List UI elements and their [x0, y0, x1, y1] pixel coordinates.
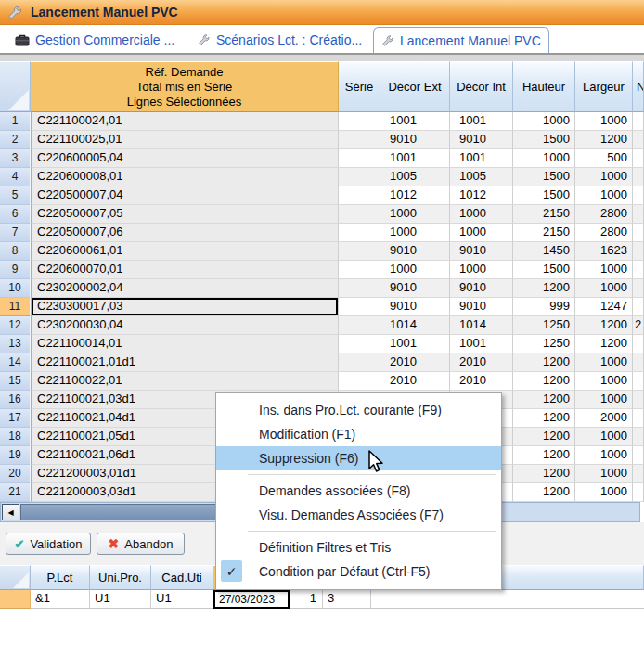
hauteur-cell[interactable]: 1500: [513, 131, 575, 149]
serie-cell[interactable]: [339, 316, 380, 335]
row-number-cell[interactable]: 10: [0, 279, 31, 298]
n-cell[interactable]: [633, 261, 644, 279]
qty-cell[interactable]: 3: [323, 590, 371, 609]
decor-ext-cell[interactable]: 1001: [380, 112, 450, 131]
uni-pro-cell[interactable]: U1: [90, 590, 151, 609]
hauteur-cell[interactable]: 1450: [513, 242, 575, 261]
decor-int-cell[interactable]: 1000: [450, 261, 513, 279]
hauteur-cell[interactable]: 1200: [513, 465, 575, 483]
decor-int-cell[interactable]: 9010: [450, 279, 513, 298]
largeur-cell[interactable]: 1247: [575, 298, 633, 316]
ref-demande-cell[interactable]: C220600008,01: [31, 168, 339, 186]
scroll-left-arrow-icon[interactable]: ◀: [2, 504, 19, 520]
row-number-cell[interactable]: 12: [0, 316, 31, 335]
largeur-cell[interactable]: 1000: [575, 391, 633, 409]
serie-cell[interactable]: [339, 353, 380, 372]
serie-cell[interactable]: [339, 279, 380, 298]
ref-demande-cell[interactable]: C221100022,01: [31, 372, 339, 391]
column-header-ref-demande[interactable]: Réf. Demande Total mis en Série Lignes S…: [31, 61, 339, 112]
serie-cell[interactable]: [339, 131, 380, 149]
largeur-cell[interactable]: 1200: [575, 131, 633, 149]
row-number-cell[interactable]: 6: [0, 205, 31, 224]
serie-cell[interactable]: [339, 224, 380, 242]
decor-int-cell[interactable]: 2010: [450, 353, 513, 372]
tab-gestion-commerciale[interactable]: Gestion Commerciale ...: [7, 29, 182, 51]
n-cell[interactable]: 2: [633, 316, 644, 335]
hauteur-cell[interactable]: 1200: [513, 446, 575, 465]
n-cell[interactable]: [633, 483, 644, 502]
column-header-p-lct[interactable]: P.Lct: [31, 565, 90, 590]
decor-int-cell[interactable]: 1001: [450, 335, 513, 353]
row-number-cell[interactable]: 7: [0, 224, 31, 242]
ref-demande-cell[interactable]: C230300017,03: [31, 298, 339, 316]
decor-ext-cell[interactable]: 1000: [380, 205, 450, 224]
row-indicator-cell[interactable]: [0, 590, 31, 609]
largeur-cell[interactable]: 2800: [575, 224, 633, 242]
serie-cell[interactable]: [339, 372, 380, 391]
ref-demande-cell[interactable]: C221100025,01: [31, 131, 339, 149]
row-number-cell[interactable]: 2: [0, 131, 31, 149]
abandon-button[interactable]: ✖ Abandon: [97, 533, 185, 555]
ref-demande-cell[interactable]: C220600070,01: [31, 261, 339, 279]
largeur-cell[interactable]: 1000: [575, 186, 633, 205]
context-menu-item[interactable]: Suppression (F6): [216, 446, 501, 470]
row-number-cell[interactable]: 16: [0, 391, 31, 409]
row-number-cell[interactable]: 17: [0, 409, 31, 428]
row-number-cell[interactable]: 8: [0, 242, 31, 261]
hauteur-cell[interactable]: 1500: [513, 186, 575, 205]
n-cell[interactable]: [633, 149, 644, 168]
context-menu-item[interactable]: Visu. Demandes Associées (F7): [216, 503, 501, 527]
decor-ext-cell[interactable]: 1001: [380, 149, 450, 168]
decor-int-cell[interactable]: 9010: [450, 131, 513, 149]
context-menu-item[interactable]: ✓Condition par Défaut (Ctrl-F5): [216, 559, 501, 584]
date-cell-selected[interactable]: 27/03/2023: [213, 590, 290, 609]
row-number-cell[interactable]: 1: [0, 112, 31, 131]
row-number-cell[interactable]: 15: [0, 372, 31, 391]
hauteur-cell[interactable]: 2150: [513, 205, 575, 224]
row-number-cell[interactable]: 4: [0, 168, 31, 186]
hauteur-cell[interactable]: 1200: [513, 353, 575, 372]
serie-cell[interactable]: [339, 168, 380, 186]
p-lct-cell[interactable]: &1: [31, 590, 90, 609]
column-header-n[interactable]: N: [633, 61, 644, 112]
n-cell[interactable]: [633, 335, 644, 353]
decor-ext-cell[interactable]: 1000: [380, 224, 450, 242]
hauteur-cell[interactable]: 1200: [513, 428, 575, 446]
largeur-cell[interactable]: 2800: [575, 205, 633, 224]
largeur-cell[interactable]: 1200: [575, 316, 633, 335]
hauteur-cell[interactable]: 2150: [513, 224, 575, 242]
column-header-largeur[interactable]: Largeur: [575, 61, 633, 112]
decor-ext-cell[interactable]: 9010: [380, 242, 450, 261]
window-titlebar[interactable]: Lancement Manuel PVC: [0, 0, 644, 25]
hauteur-cell[interactable]: 1200: [513, 372, 575, 391]
n-cell[interactable]: [633, 409, 644, 428]
largeur-cell[interactable]: 1000: [575, 279, 633, 298]
hauteur-cell[interactable]: 1200: [513, 391, 575, 409]
decor-ext-cell[interactable]: 9010: [380, 298, 450, 316]
row-number-cell[interactable]: 9: [0, 261, 31, 279]
largeur-cell[interactable]: 1000: [575, 428, 633, 446]
context-menu-item[interactable]: Demandes associées (F8): [216, 479, 501, 503]
ref-demande-cell[interactable]: C220600061,01: [31, 242, 339, 261]
qty-cell[interactable]: 1: [290, 590, 323, 609]
select-all-corner[interactable]: [0, 565, 31, 590]
hauteur-cell[interactable]: 1200: [513, 483, 575, 502]
ref-demande-cell[interactable]: C220600005,04: [31, 149, 339, 168]
ref-demande-cell[interactable]: C220500007,06: [31, 224, 339, 242]
hauteur-cell[interactable]: 1500: [513, 261, 575, 279]
decor-int-cell[interactable]: 1014: [450, 316, 513, 335]
n-cell[interactable]: [633, 372, 644, 391]
ref-demande-cell[interactable]: C230200002,04: [31, 279, 339, 298]
largeur-cell[interactable]: 1000: [575, 353, 633, 372]
context-menu-item[interactable]: Définition Filtres et Tris: [216, 535, 501, 559]
n-cell[interactable]: [633, 428, 644, 446]
n-cell[interactable]: [633, 279, 644, 298]
decor-ext-cell[interactable]: 9010: [380, 279, 450, 298]
serie-cell[interactable]: [339, 186, 380, 205]
row-number-cell[interactable]: 5: [0, 186, 31, 205]
row-number-cell[interactable]: 11: [0, 298, 31, 316]
serie-cell[interactable]: [339, 112, 380, 131]
largeur-cell[interactable]: 2000: [575, 409, 633, 428]
decor-ext-cell[interactable]: 2010: [380, 372, 450, 391]
column-header-hauteur[interactable]: Hauteur: [513, 61, 575, 112]
